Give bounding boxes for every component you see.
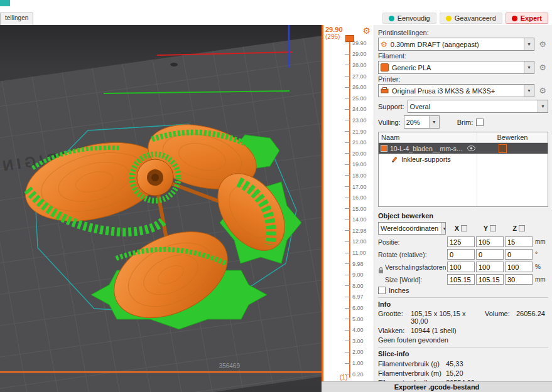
transform-row: Positie: mm [378, 236, 548, 247]
tick-label: 21.00 [352, 139, 367, 146]
volume-value: 26056.24 [516, 310, 545, 325]
combo-dropdown-arrow-icon: ▼ [538, 100, 548, 112]
inches-label: Inches [389, 287, 409, 294]
print-settings-gear-button[interactable]: ⚙ [537, 39, 548, 50]
export-gcode-button[interactable]: Exporteer .gcode-bestand [322, 381, 552, 392]
transform-y-input[interactable] [476, 236, 504, 247]
transform-z-input[interactable] [505, 274, 533, 285]
transform-z-input[interactable] [505, 262, 533, 272]
transform-z-input[interactable] [505, 236, 533, 247]
tick-mark [345, 186, 350, 187]
object-list-header: Naam Bewerken [379, 132, 548, 143]
mode-button-expert[interactable]: Expert [506, 13, 548, 24]
transform-y-input[interactable] [476, 249, 504, 260]
tick-label: 18.00 [352, 172, 367, 179]
3d-viewport[interactable]: ORIGINAL [0, 25, 322, 392]
expert-mode-dot-icon [512, 16, 517, 21]
transform-row-label: Verschalingsfactoren: [378, 263, 446, 271]
tick-mark [345, 263, 350, 264]
axis-x-icon[interactable] [461, 225, 467, 231]
tick-label: 17.00 [352, 184, 367, 190]
object-row-selected[interactable]: 10-L-4_bladen__mm-schroef.stl [379, 143, 548, 154]
tick-label: 8.00 [352, 283, 364, 289]
slider-tick: 11.00 [323, 247, 374, 258]
axis-z-icon[interactable] [519, 225, 525, 231]
transform-z-input[interactable] [505, 249, 533, 260]
move-count: 356469 [219, 363, 241, 369]
tick-mark [345, 131, 350, 132]
edit-object-icon[interactable] [499, 144, 507, 153]
infill-combo[interactable]: 20% ▼ [404, 115, 440, 129]
slider-tick: 17.00 [323, 181, 374, 193]
mode-label: Expert [521, 14, 542, 22]
tick-label: 20.00 [352, 151, 367, 157]
slider-tick: 25.00 [323, 93, 374, 104]
infill-label: Vulling: [378, 119, 401, 126]
tick-label: 1.00 [352, 360, 364, 366]
transform-y-input[interactable] [476, 262, 504, 272]
window-corner-accent [0, 0, 10, 6]
filament-label: Filament: [378, 52, 548, 60]
slider-tick: 8.00 [323, 280, 374, 292]
support-combo[interactable]: Overal ▼ [408, 100, 548, 113]
transform-x-input[interactable] [447, 249, 475, 260]
column-header-naam: Naam [379, 134, 477, 141]
slider-tick: 16.00 [323, 192, 374, 203]
slider-tick: 20.00 [323, 148, 374, 159]
info-title: Info [378, 300, 548, 308]
filament-color-icon [381, 63, 389, 72]
errors-status: Geen fouten gevonden [378, 336, 448, 344]
transform-x-input[interactable] [447, 274, 475, 285]
printer-gear-button[interactable]: ⚙ [537, 85, 548, 97]
uniform-scale-lock-icon[interactable] [378, 267, 384, 273]
tick-mark [345, 54, 350, 55]
mode-label: Geavanceerd [455, 14, 496, 22]
coordinate-system-value: Wereldcoördinaten [381, 225, 438, 232]
axis-header-z: Z [505, 225, 533, 232]
printer-label: Printer: [378, 75, 548, 83]
tick-label: 23.00 [352, 117, 367, 124]
axis-y-icon[interactable] [490, 225, 496, 231]
printer-combo[interactable]: Original Prusa i3 MK3S & MK3S+ ▼ [378, 84, 534, 97]
layer-ruler[interactable]: 29.90 29.00 28.00 27.00 26.00 25.00 24.0… [323, 25, 374, 381]
tick-label: 29.90 [352, 40, 367, 46]
tick-mark [345, 319, 350, 319]
slider-tick: 29.90 [323, 38, 374, 49]
tick-label: 9.00 [352, 272, 364, 278]
tick-label: 25.00 [352, 95, 367, 102]
inches-checkbox[interactable] [378, 287, 386, 294]
tick-mark [345, 175, 350, 176]
tick-mark [345, 164, 350, 165]
tick-mark [345, 330, 350, 331]
tick-label: 14.00 [352, 216, 367, 223]
coordinate-system-combo[interactable]: Wereldcoördinaten ▼ [378, 222, 446, 235]
visibility-eye-icon[interactable] [467, 146, 475, 151]
transform-y-input[interactable] [476, 274, 504, 285]
slider-tick: 12.00 [323, 236, 374, 248]
horizontal-move-slider[interactable] [0, 371, 322, 373]
tick-label: 12.98 [352, 228, 367, 234]
object-row-paint-supports[interactable]: Inkleur-supports [379, 154, 548, 164]
simple-mode-dot-icon [389, 16, 394, 21]
transform-x-input[interactable] [447, 262, 475, 272]
tick-mark [345, 142, 350, 143]
transform-x-input[interactable] [447, 236, 475, 247]
filament-gear-button[interactable]: ⚙ [537, 62, 548, 73]
brim-checkbox[interactable] [476, 119, 484, 126]
tab-printinstellingen[interactable]: tellingen [0, 13, 33, 25]
infill-value: 20% [406, 119, 420, 126]
tick-label: 27.00 [352, 73, 367, 80]
slider-tick: 14.00 [323, 215, 374, 226]
transform-row: Rotate (relative): ° [378, 249, 548, 260]
mode-button-eenvoudig[interactable]: Eenvoudig [382, 13, 436, 24]
slice-info-row: Filamentverbruik (g) 45,33 [378, 360, 548, 368]
print-settings-combo[interactable]: ⚙ 0.30mm DRAFT (aangepast) ▼ [378, 38, 534, 51]
mode-button-geavanceerd[interactable]: Geavanceerd [440, 13, 502, 24]
slider-tick: 29.00 [323, 49, 374, 60]
filament-combo[interactable]: Generic PLA ▼ [378, 61, 534, 74]
tick-label: 6.00 [352, 305, 364, 311]
facets-value: 10944 (1 shell) [411, 327, 457, 334]
tick-mark [345, 153, 350, 154]
tick-mark [345, 109, 350, 110]
slider-tick: 9.00 [323, 269, 374, 280]
